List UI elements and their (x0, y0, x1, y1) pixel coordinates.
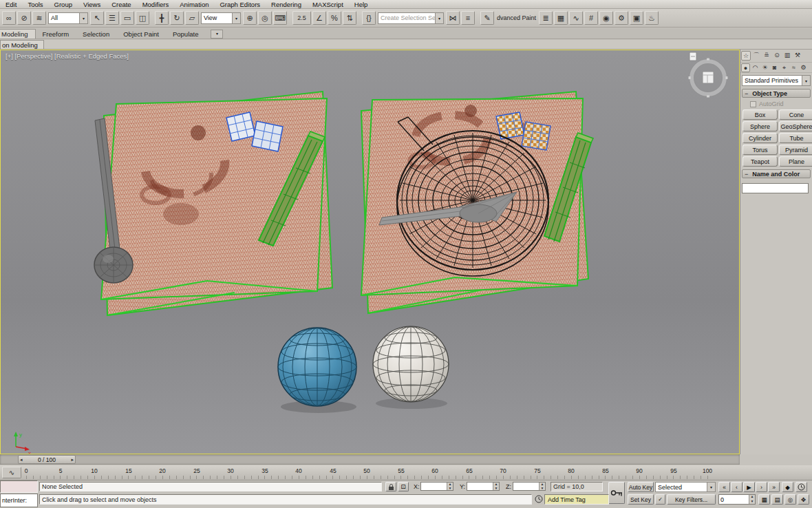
perspective-viewport[interactable]: y x [+] [Perspective] [Realistic + Edged… (0, 50, 740, 454)
y-coord-input[interactable] (467, 483, 493, 490)
render-setup-button[interactable]: ⚙ (615, 11, 628, 25)
ribbon-tab-modeling[interactable]: Modeling (0, 29, 36, 39)
menu-item-animation[interactable]: Animation (174, 1, 214, 8)
ribbon-tab-selection[interactable]: Selection (76, 30, 116, 39)
name-color-rollout[interactable]: − Name and Color (742, 169, 811, 178)
cylinder-button[interactable]: Cylinder (742, 133, 778, 143)
selection-region-button[interactable]: ▭ (120, 11, 134, 25)
frame-forward-arrow[interactable]: ▸ (71, 457, 74, 463)
angle-snap-button[interactable]: ∠ (312, 11, 326, 25)
curve-editor-button[interactable]: ∿ (569, 11, 583, 25)
select-object-button[interactable]: ↖ (90, 11, 104, 25)
ribbon-config-dropdown[interactable]: ▾ (211, 30, 223, 39)
selection-lock-button[interactable] (385, 482, 396, 491)
torus-button[interactable]: Torus (742, 145, 778, 155)
autogrid-checkbox[interactable] (750, 101, 756, 107)
category-cameras[interactable]: ◙ (770, 63, 779, 72)
ribbon-panel-polygon-modeling[interactable]: on Modeling (0, 40, 44, 49)
track-bar[interactable]: ∿ 0 5 10 15 20 25 30 35 40 45 50 55 60 6… (0, 465, 812, 480)
render-production-button[interactable]: ♨ (645, 11, 659, 25)
use-pivot-center-button[interactable]: ⊕ (243, 11, 257, 25)
category-shapes[interactable]: ◠ (751, 63, 760, 72)
time-configuration-button[interactable] (795, 482, 807, 492)
category-helpers[interactable]: ⌖ (780, 63, 789, 72)
pyramid-button[interactable]: Pyramid (779, 145, 812, 155)
set-keys-button[interactable] (608, 482, 625, 504)
edit-named-selection-sets-button[interactable]: {} (362, 11, 376, 25)
snapshot-button[interactable]: ▦ (758, 494, 770, 505)
ribbon-tab-populate[interactable]: Populate (166, 30, 206, 39)
ribbon-tab-freeform[interactable]: Freeform (36, 30, 76, 39)
time-slider-track[interactable]: ◂ 0 / 100 ▸ (0, 454, 740, 465)
viewport-label[interactable]: [+] [Perspective] [Realistic + Edged Fac… (6, 52, 129, 60)
menu-item-tools[interactable]: Tools (22, 1, 48, 8)
tab-motion[interactable]: ⊙ (772, 51, 782, 61)
material-editor-button[interactable]: ◉ (599, 11, 613, 25)
manage-layers-button[interactable]: ≣ (539, 11, 553, 25)
previous-frame-button[interactable]: ‹ (731, 482, 742, 492)
keyable-toggle-button[interactable]: ✓ (655, 494, 665, 505)
window-crossing-button[interactable]: ◫ (136, 11, 149, 25)
viewcube[interactable] (690, 59, 727, 97)
menu-item-maxscript[interactable]: MAXScript (307, 1, 349, 8)
z-coord-input[interactable] (513, 483, 539, 490)
menu-item-rendering[interactable]: Rendering (266, 1, 307, 8)
spinner-snap-button[interactable]: ⇅ (343, 11, 356, 25)
sphere-button[interactable]: Sphere (742, 121, 778, 131)
left-napkin-object[interactable] (101, 92, 332, 315)
maxscript-listener-field[interactable]: nterInter: (0, 494, 38, 507)
set-key-button[interactable]: Set Key (628, 494, 654, 505)
white-sphere-object[interactable] (373, 326, 449, 409)
named-selection-sets-dropdown[interactable]: Create Selection Se (378, 12, 444, 24)
menu-item-modifiers[interactable]: Modifiers (137, 1, 175, 8)
add-time-tag-field[interactable]: Add Time Tag (544, 494, 609, 505)
frame-back-arrow[interactable]: ◂ (20, 457, 23, 463)
menu-item-help[interactable]: Help (349, 1, 374, 8)
isolate-selection-button[interactable]: ◎ (784, 494, 796, 505)
schematic-view-button[interactable]: # (584, 11, 598, 25)
select-and-scale-button[interactable]: ▱ (185, 11, 199, 25)
select-and-link-button[interactable]: ∞ (2, 11, 16, 25)
bind-space-warp-button[interactable]: ≋ (32, 11, 46, 25)
go-to-end-button[interactable]: » (768, 482, 780, 492)
viewcube-home-icon[interactable] (690, 52, 696, 61)
selection-filter-dropdown[interactable]: All (48, 12, 88, 24)
align-button[interactable]: ≡ (461, 11, 475, 25)
select-and-move-button[interactable]: ╋ (155, 11, 169, 25)
menu-item-group[interactable]: Group (49, 1, 78, 8)
plane-button[interactable]: Plane (779, 156, 812, 167)
pan-mode-button[interactable]: ✥ (798, 494, 809, 505)
mirror-button[interactable]: ⋈ (446, 11, 460, 25)
advanced-paint-button[interactable]: ✎ (480, 11, 494, 25)
ribbon-tab-object-paint[interactable]: Object Paint (116, 30, 166, 39)
menu-item-graph-editors[interactable]: Graph Editors (214, 1, 266, 8)
geometry-class-dropdown[interactable]: Standard Primitives (742, 75, 811, 86)
time-slider-grip[interactable]: ◂ 0 / 100 ▸ (18, 455, 76, 464)
auto-key-button[interactable]: Auto Key (628, 482, 654, 492)
mini-curve-editor-button[interactable]: ∿ (2, 467, 21, 478)
tab-hierarchy[interactable]: ≞ (762, 51, 771, 61)
category-lights[interactable]: ☀ (760, 63, 769, 72)
layout-toggle-button[interactable]: ▤ (771, 494, 783, 505)
select-by-name-button[interactable]: ☰ (105, 11, 119, 25)
tube-button[interactable]: Tube (779, 133, 812, 143)
snaps-toggle-button[interactable]: 2.5 (292, 11, 311, 25)
teapot-button[interactable]: Teapot (742, 156, 778, 167)
geosphere-button[interactable]: GeoSphere (779, 121, 812, 131)
play-button[interactable]: ▶ (743, 482, 755, 492)
category-geometry[interactable]: ● (741, 63, 750, 72)
tab-display[interactable]: ▥ (782, 51, 792, 61)
graphite-ribbon-button[interactable]: ▦ (554, 11, 568, 25)
x-spinner[interactable]: ▲▼ (447, 483, 453, 490)
menu-item-create[interactable]: Create (106, 1, 137, 8)
object-name-field[interactable] (742, 183, 809, 193)
current-frame-input[interactable] (719, 495, 749, 504)
go-to-start-button[interactable]: « (718, 482, 730, 492)
select-and-rotate-button[interactable]: ↻ (170, 11, 184, 25)
select-and-manipulate-button[interactable]: ◎ (258, 11, 272, 25)
unlink-selection-button[interactable]: ⊘ (17, 11, 31, 25)
percent-snap-button[interactable]: % (328, 11, 341, 25)
tab-utilities[interactable]: ⚒ (793, 51, 802, 61)
tab-modify[interactable]: ⌒ (751, 51, 761, 61)
box-button[interactable]: Box (742, 109, 778, 120)
